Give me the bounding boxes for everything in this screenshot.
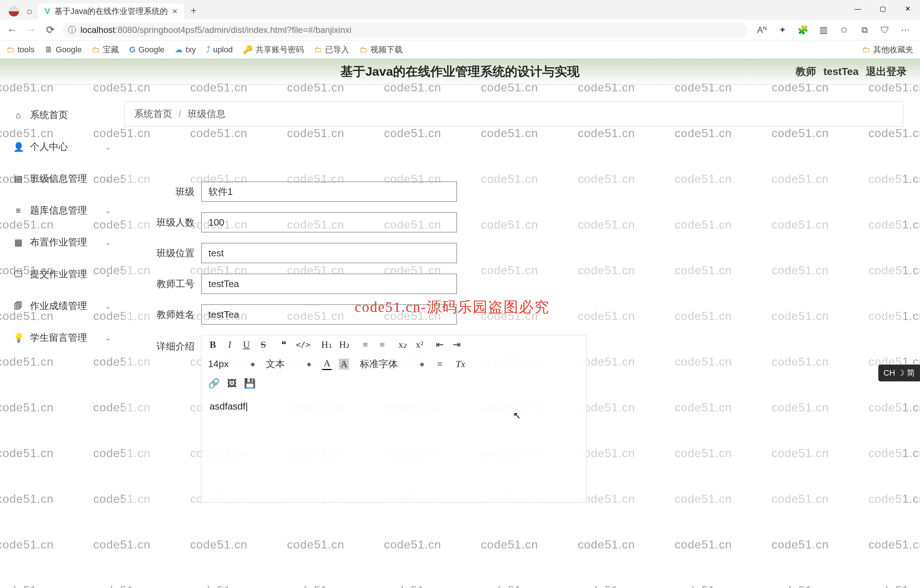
unordered-list-button[interactable]: ≡ [377, 339, 387, 350]
translate-icon[interactable]: ✦ [777, 24, 788, 36]
strike-button[interactable]: S [259, 339, 268, 350]
breadcrumb-home[interactable]: 系统首页 [134, 108, 172, 119]
bookmark-uplod[interactable]: ⤴uplod [206, 45, 233, 55]
bold-button[interactable]: B [208, 339, 217, 350]
new-tab-button[interactable]: + [191, 5, 196, 16]
sidebar-item-submit-mgmt[interactable]: 🖵 提交作业管理 ⌄ [0, 258, 124, 290]
save-button[interactable]: 💾 [244, 378, 256, 389]
code-button[interactable]: </> [296, 340, 311, 349]
clear-format-button[interactable]: Tx [456, 359, 465, 370]
sidebar-item-home[interactable]: ⌂ 系统首页 [0, 99, 124, 131]
caret-icon: ◆ [307, 361, 311, 368]
font-size-select[interactable]: 14px◆ [208, 358, 255, 370]
teacher-id-input[interactable] [201, 274, 457, 294]
main-content: 系统首页 / 班级信息 班级 班级人数 班级位置 教师工号 [124, 84, 920, 588]
bookmark-video-dl[interactable]: 🗀视频下载 [360, 44, 403, 55]
ime-indicator[interactable]: CH ☽ 简 [878, 364, 920, 381]
more-menu-icon[interactable]: ⋯ [899, 24, 911, 36]
sidebar-item-assign-mgmt[interactable]: ▦ 布置作业管理 ⌄ [0, 226, 124, 258]
outdent-button[interactable]: ⇤ [435, 339, 445, 350]
class-name-input[interactable] [201, 181, 457, 202]
chevron-down-icon: ⌄ [105, 270, 111, 279]
underline-button[interactable]: U [242, 339, 251, 350]
sidebar-item-label: 提交作业管理 [30, 268, 87, 280]
sidebar-item-message-mgmt[interactable]: 💡 学生留言管理 ⌄ [0, 322, 124, 354]
favorite-star-icon[interactable]: ✩ [838, 24, 850, 36]
vue-icon: V [45, 6, 50, 16]
sidebar-item-question-mgmt[interactable]: ≡ 题库信息管理 ⌄ [0, 194, 124, 226]
browser-tab[interactable]: V 基于Java的在线作业管理系统的 × [38, 3, 184, 19]
bookmark-imported[interactable]: 🗀已导入 [314, 44, 349, 55]
text-color-button[interactable]: A [322, 358, 332, 370]
bg-color-button[interactable]: A [339, 359, 349, 370]
sidebar-item-grade-mgmt[interactable]: 🗐 作业成绩管理 ⌄ [0, 290, 124, 322]
bookmark-google2[interactable]: GGoogle [129, 45, 164, 55]
user-role: 教师 [796, 65, 816, 79]
folder-icon: 🗀 [92, 45, 100, 55]
sidebar-item-label: 题库信息管理 [30, 204, 87, 217]
minimize-button[interactable]: — [845, 0, 870, 18]
chevron-down-icon: ⌄ [105, 206, 111, 215]
subscript-button[interactable]: x₂ [398, 339, 407, 350]
link-button[interactable]: 🔗 [208, 378, 220, 389]
text-type-select[interactable]: 文本◆ [266, 358, 311, 371]
list-icon: ≡ [13, 206, 23, 216]
other-bookmarks[interactable]: 🗀其他收藏夹 [862, 44, 914, 55]
chevron-down-icon: ⌄ [105, 334, 111, 342]
refresh-button[interactable]: ⟳ [43, 23, 57, 37]
tab-title: 基于Java的在线作业管理系统的 [55, 6, 168, 17]
upload-icon: ⤴ [206, 45, 210, 55]
url-input[interactable]: ⓘ localhost:8080/springboot4psf5/admin/d… [62, 22, 747, 38]
address-bar: ← → ⟳ ⓘ localhost:8080/springboot4psf5/a… [0, 19, 920, 40]
sidebar-item-class-mgmt[interactable]: ▤ 班级信息管理 ⌄ [0, 163, 124, 194]
tab-list-button[interactable]: ▢ [24, 6, 34, 16]
tab-bar: ▢ V 基于Java的在线作业管理系统的 × + — ▢ ✕ [0, 0, 920, 19]
shield-icon[interactable]: 🛡 [879, 24, 891, 36]
h1-button[interactable]: H₁ [321, 339, 332, 350]
extension-puzzle-icon[interactable]: 🧩 [797, 24, 809, 36]
person-icon: 👤 [13, 142, 23, 152]
forward-button[interactable]: → [24, 23, 38, 37]
italic-button[interactable]: I [225, 339, 234, 350]
url-path: :8080/springboot4psf5/admin/dist/index.h… [115, 25, 351, 35]
url-host: localhost [81, 25, 115, 35]
teacher-name-input[interactable] [201, 304, 457, 325]
logout-link[interactable]: 退出登录 [866, 65, 907, 79]
caret-icon: ◆ [420, 361, 424, 368]
browser-chrome: ▢ V 基于Java的在线作业管理系统的 × + — ▢ ✕ ← → ⟳ ⓘ l… [0, 0, 920, 59]
sidebar-item-label: 班级信息管理 [30, 172, 87, 185]
image-button[interactable]: 🖼 [227, 378, 236, 389]
superscript-button[interactable]: x² [415, 339, 424, 350]
split-screen-icon[interactable]: ▥ [818, 24, 829, 36]
bookmark-txy[interactable]: ☁txy [175, 45, 196, 55]
back-button[interactable]: ← [5, 23, 19, 37]
read-aloud-icon[interactable]: Aᴺ [756, 24, 768, 36]
bookmark-shared-pw[interactable]: 🔑共享账号密码 [243, 44, 304, 55]
profile-avatar-icon[interactable] [9, 6, 19, 16]
close-tab-icon[interactable]: × [172, 6, 177, 16]
maximize-button[interactable]: ▢ [870, 0, 895, 18]
editor-toolbar: B I U S ❝ </> H₁ H₂ [201, 335, 586, 393]
ordered-list-button[interactable]: ≡ [361, 339, 370, 350]
page-icon: 🗎 [45, 45, 53, 55]
bookmark-baozang[interactable]: 🗀宝藏 [92, 44, 119, 55]
bookmark-tools[interactable]: 🗀tools [6, 45, 34, 55]
class-count-input[interactable] [201, 212, 457, 233]
site-info-icon[interactable]: ⓘ [68, 24, 76, 36]
bookmark-google1[interactable]: 🗎Google [45, 45, 81, 55]
editor-content[interactable]: asdfasdf [201, 393, 586, 502]
sidebar-item-label: 系统首页 [30, 109, 68, 121]
blockquote-button[interactable]: ❝ [279, 339, 288, 350]
h2-button[interactable]: H₂ [339, 339, 350, 350]
close-window-button[interactable]: ✕ [895, 0, 920, 18]
sidebar-item-profile[interactable]: 👤 个人中心 ⌄ [0, 131, 124, 163]
align-button[interactable]: ≡ [435, 359, 445, 370]
label-detail: 详细介绍 [139, 335, 201, 353]
class-location-input[interactable] [201, 243, 457, 263]
chevron-down-icon: ⌄ [105, 143, 111, 151]
header-right: 教师 testTea 退出登录 [796, 65, 907, 79]
indent-button[interactable]: ⇥ [452, 339, 462, 350]
form-row-detail: 详细介绍 B I U S ❝ </> [139, 335, 889, 503]
font-family-select[interactable]: 标准字体◆ [360, 358, 424, 371]
collections-icon[interactable]: ⧉ [858, 24, 870, 36]
